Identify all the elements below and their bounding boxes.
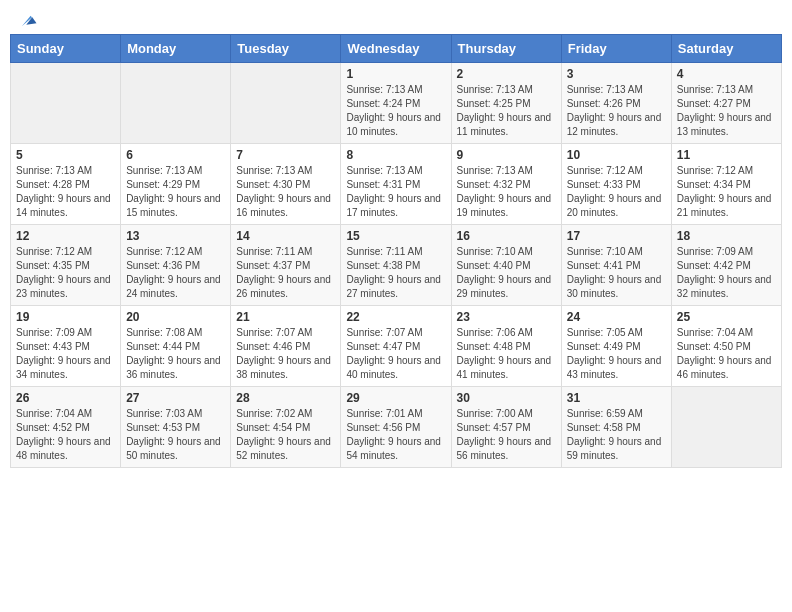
calendar-cell: 23Sunrise: 7:06 AM Sunset: 4:48 PM Dayli… (451, 306, 561, 387)
day-number: 3 (567, 67, 666, 81)
day-info: Sunrise: 7:13 AM Sunset: 4:30 PM Dayligh… (236, 164, 335, 220)
day-info: Sunrise: 7:11 AM Sunset: 4:38 PM Dayligh… (346, 245, 445, 301)
calendar-cell (671, 387, 781, 468)
calendar-cell: 9Sunrise: 7:13 AM Sunset: 4:32 PM Daylig… (451, 144, 561, 225)
day-number: 12 (16, 229, 115, 243)
day-info: Sunrise: 7:04 AM Sunset: 4:50 PM Dayligh… (677, 326, 776, 382)
week-row-3: 12Sunrise: 7:12 AM Sunset: 4:35 PM Dayli… (11, 225, 782, 306)
day-info: Sunrise: 7:10 AM Sunset: 4:41 PM Dayligh… (567, 245, 666, 301)
day-number: 7 (236, 148, 335, 162)
calendar-cell: 5Sunrise: 7:13 AM Sunset: 4:28 PM Daylig… (11, 144, 121, 225)
day-info: Sunrise: 7:08 AM Sunset: 4:44 PM Dayligh… (126, 326, 225, 382)
calendar-cell (231, 63, 341, 144)
day-number: 25 (677, 310, 776, 324)
calendar-cell: 2Sunrise: 7:13 AM Sunset: 4:25 PM Daylig… (451, 63, 561, 144)
day-info: Sunrise: 7:10 AM Sunset: 4:40 PM Dayligh… (457, 245, 556, 301)
calendar-cell (121, 63, 231, 144)
calendar-table: SundayMondayTuesdayWednesdayThursdayFrid… (10, 34, 782, 468)
day-number: 14 (236, 229, 335, 243)
weekday-header-thursday: Thursday (451, 35, 561, 63)
day-number: 5 (16, 148, 115, 162)
day-number: 20 (126, 310, 225, 324)
day-info: Sunrise: 7:13 AM Sunset: 4:32 PM Dayligh… (457, 164, 556, 220)
day-info: Sunrise: 7:13 AM Sunset: 4:29 PM Dayligh… (126, 164, 225, 220)
day-info: Sunrise: 7:12 AM Sunset: 4:33 PM Dayligh… (567, 164, 666, 220)
day-number: 21 (236, 310, 335, 324)
logo-icon (16, 10, 38, 32)
day-info: Sunrise: 7:13 AM Sunset: 4:26 PM Dayligh… (567, 83, 666, 139)
day-number: 1 (346, 67, 445, 81)
calendar-cell: 1Sunrise: 7:13 AM Sunset: 4:24 PM Daylig… (341, 63, 451, 144)
calendar-cell: 31Sunrise: 6:59 AM Sunset: 4:58 PM Dayli… (561, 387, 671, 468)
day-info: Sunrise: 7:13 AM Sunset: 4:28 PM Dayligh… (16, 164, 115, 220)
weekday-header-monday: Monday (121, 35, 231, 63)
calendar-cell: 14Sunrise: 7:11 AM Sunset: 4:37 PM Dayli… (231, 225, 341, 306)
day-info: Sunrise: 7:13 AM Sunset: 4:25 PM Dayligh… (457, 83, 556, 139)
calendar-cell: 21Sunrise: 7:07 AM Sunset: 4:46 PM Dayli… (231, 306, 341, 387)
weekday-header-friday: Friday (561, 35, 671, 63)
day-info: Sunrise: 7:04 AM Sunset: 4:52 PM Dayligh… (16, 407, 115, 463)
day-number: 23 (457, 310, 556, 324)
calendar-cell: 22Sunrise: 7:07 AM Sunset: 4:47 PM Dayli… (341, 306, 451, 387)
day-number: 11 (677, 148, 776, 162)
day-info: Sunrise: 7:03 AM Sunset: 4:53 PM Dayligh… (126, 407, 225, 463)
calendar-cell: 24Sunrise: 7:05 AM Sunset: 4:49 PM Dayli… (561, 306, 671, 387)
week-row-5: 26Sunrise: 7:04 AM Sunset: 4:52 PM Dayli… (11, 387, 782, 468)
day-info: Sunrise: 6:59 AM Sunset: 4:58 PM Dayligh… (567, 407, 666, 463)
page-header (10, 10, 782, 26)
calendar-cell: 26Sunrise: 7:04 AM Sunset: 4:52 PM Dayli… (11, 387, 121, 468)
day-info: Sunrise: 7:01 AM Sunset: 4:56 PM Dayligh… (346, 407, 445, 463)
day-number: 28 (236, 391, 335, 405)
calendar-cell: 30Sunrise: 7:00 AM Sunset: 4:57 PM Dayli… (451, 387, 561, 468)
week-row-2: 5Sunrise: 7:13 AM Sunset: 4:28 PM Daylig… (11, 144, 782, 225)
calendar-cell: 19Sunrise: 7:09 AM Sunset: 4:43 PM Dayli… (11, 306, 121, 387)
calendar-cell: 11Sunrise: 7:12 AM Sunset: 4:34 PM Dayli… (671, 144, 781, 225)
day-number: 13 (126, 229, 225, 243)
day-number: 31 (567, 391, 666, 405)
day-info: Sunrise: 7:12 AM Sunset: 4:35 PM Dayligh… (16, 245, 115, 301)
day-info: Sunrise: 7:13 AM Sunset: 4:27 PM Dayligh… (677, 83, 776, 139)
weekday-header-row: SundayMondayTuesdayWednesdayThursdayFrid… (11, 35, 782, 63)
day-info: Sunrise: 7:09 AM Sunset: 4:42 PM Dayligh… (677, 245, 776, 301)
day-number: 10 (567, 148, 666, 162)
weekday-header-tuesday: Tuesday (231, 35, 341, 63)
week-row-1: 1Sunrise: 7:13 AM Sunset: 4:24 PM Daylig… (11, 63, 782, 144)
day-info: Sunrise: 7:06 AM Sunset: 4:48 PM Dayligh… (457, 326, 556, 382)
week-row-4: 19Sunrise: 7:09 AM Sunset: 4:43 PM Dayli… (11, 306, 782, 387)
day-number: 2 (457, 67, 556, 81)
day-number: 9 (457, 148, 556, 162)
calendar-cell: 27Sunrise: 7:03 AM Sunset: 4:53 PM Dayli… (121, 387, 231, 468)
day-number: 8 (346, 148, 445, 162)
calendar-cell: 25Sunrise: 7:04 AM Sunset: 4:50 PM Dayli… (671, 306, 781, 387)
day-number: 26 (16, 391, 115, 405)
calendar-cell: 6Sunrise: 7:13 AM Sunset: 4:29 PM Daylig… (121, 144, 231, 225)
day-info: Sunrise: 7:07 AM Sunset: 4:47 PM Dayligh… (346, 326, 445, 382)
day-info: Sunrise: 7:00 AM Sunset: 4:57 PM Dayligh… (457, 407, 556, 463)
weekday-header-sunday: Sunday (11, 35, 121, 63)
day-info: Sunrise: 7:12 AM Sunset: 4:34 PM Dayligh… (677, 164, 776, 220)
calendar-cell: 29Sunrise: 7:01 AM Sunset: 4:56 PM Dayli… (341, 387, 451, 468)
day-info: Sunrise: 7:13 AM Sunset: 4:24 PM Dayligh… (346, 83, 445, 139)
calendar-cell: 7Sunrise: 7:13 AM Sunset: 4:30 PM Daylig… (231, 144, 341, 225)
calendar-cell: 13Sunrise: 7:12 AM Sunset: 4:36 PM Dayli… (121, 225, 231, 306)
calendar-cell: 17Sunrise: 7:10 AM Sunset: 4:41 PM Dayli… (561, 225, 671, 306)
calendar-cell: 8Sunrise: 7:13 AM Sunset: 4:31 PM Daylig… (341, 144, 451, 225)
calendar-cell: 4Sunrise: 7:13 AM Sunset: 4:27 PM Daylig… (671, 63, 781, 144)
day-number: 4 (677, 67, 776, 81)
day-info: Sunrise: 7:12 AM Sunset: 4:36 PM Dayligh… (126, 245, 225, 301)
day-info: Sunrise: 7:02 AM Sunset: 4:54 PM Dayligh… (236, 407, 335, 463)
calendar-cell: 16Sunrise: 7:10 AM Sunset: 4:40 PM Dayli… (451, 225, 561, 306)
weekday-header-saturday: Saturday (671, 35, 781, 63)
day-number: 24 (567, 310, 666, 324)
day-info: Sunrise: 7:09 AM Sunset: 4:43 PM Dayligh… (16, 326, 115, 382)
day-number: 16 (457, 229, 556, 243)
weekday-header-wednesday: Wednesday (341, 35, 451, 63)
day-info: Sunrise: 7:11 AM Sunset: 4:37 PM Dayligh… (236, 245, 335, 301)
calendar-cell: 3Sunrise: 7:13 AM Sunset: 4:26 PM Daylig… (561, 63, 671, 144)
day-number: 15 (346, 229, 445, 243)
day-number: 22 (346, 310, 445, 324)
calendar-cell: 10Sunrise: 7:12 AM Sunset: 4:33 PM Dayli… (561, 144, 671, 225)
day-number: 30 (457, 391, 556, 405)
calendar-cell: 20Sunrise: 7:08 AM Sunset: 4:44 PM Dayli… (121, 306, 231, 387)
logo (14, 10, 38, 26)
